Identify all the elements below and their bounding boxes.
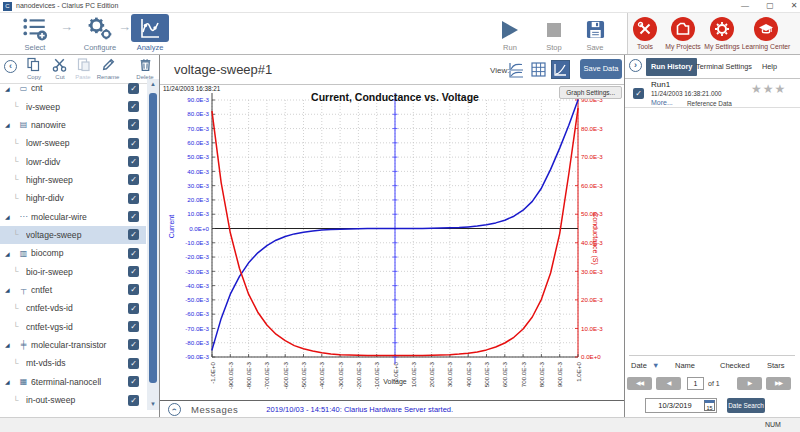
tree-item-checkbox[interactable]: ✓	[128, 248, 139, 259]
sidebar-item-highr-didv[interactable]: └highr-didv✓	[0, 189, 146, 207]
analyze-label[interactable]: Analyze	[120, 43, 180, 52]
messages-bar[interactable]: › Messages 2019/10/03 - 14:51:40: Clariu…	[160, 400, 624, 417]
page-first-button[interactable]: ◀◀	[627, 377, 652, 390]
window-title: nanodevices - Clarius PC Edition	[16, 2, 118, 9]
tree-item-checkbox[interactable]: ✓	[128, 138, 139, 149]
scroll-up-icon[interactable]: ▲	[147, 81, 159, 87]
sidebar-item-cntfet[interactable]: ◢┬cntfet✓	[0, 281, 146, 299]
page-prev-button[interactable]: ◀	[656, 377, 681, 390]
run-more-link[interactable]: More...	[651, 99, 673, 106]
tree-item-checkbox[interactable]: ✓	[128, 303, 139, 314]
tree-item-checkbox[interactable]: ✓	[128, 284, 139, 295]
tree-item-checkbox[interactable]: ✓	[128, 211, 139, 222]
date-value[interactable]: 10/3/2019	[646, 401, 704, 410]
expand-icon[interactable]: ◢	[5, 250, 14, 257]
sidebar-item-lowr-sweep[interactable]: └lowr-sweep✓	[0, 134, 146, 152]
view-graph-icon[interactable]	[552, 61, 569, 78]
sidebar-item-6terminal-nanocell[interactable]: ◢▦6terminal-nanocell✓	[0, 373, 146, 391]
sidebar-item-molecular-wire[interactable]: ◢⋯molecular-wire✓	[0, 207, 146, 225]
messages-label: Messages	[191, 404, 238, 415]
tree-item-checkbox[interactable]: ✓	[128, 156, 139, 167]
analyze-icon[interactable]	[131, 14, 169, 42]
sidebar-item-voltage-sweep[interactable]: └voltage-sweep✓	[0, 226, 146, 244]
tab-run-history[interactable]: Run History	[646, 58, 697, 76]
tree-item-checkbox[interactable]: ✓	[128, 119, 139, 130]
sidebar-item-cntfet-vgs-id[interactable]: └cntfet-vgs-id✓	[0, 317, 146, 335]
date-search-button[interactable]: Date Search	[727, 398, 765, 413]
expand-icon[interactable]: ◢	[5, 85, 14, 92]
sidebar-item-mt-vds-ids[interactable]: └mt-vds-ids✓	[0, 354, 146, 372]
svg-text:80.0E-3: 80.0E-3	[581, 125, 603, 132]
run-checkbox[interactable]: ✓	[633, 88, 644, 99]
filter-date[interactable]: Date	[631, 361, 647, 370]
tree-item-checkbox[interactable]: ✓	[128, 395, 139, 406]
tree-item-checkbox[interactable]: ✓	[128, 83, 139, 94]
filter-name[interactable]: Name	[675, 361, 695, 370]
maximize-button[interactable]: ▢	[763, 1, 777, 10]
my-projects-icon[interactable]	[671, 17, 695, 41]
minimize-button[interactable]: —	[738, 1, 752, 10]
tree-item-checkbox[interactable]: ✓	[128, 376, 139, 387]
sidebar-item-nanowire[interactable]: ◢▤nanowire✓	[0, 116, 146, 134]
svg-text:40.0E-3: 40.0E-3	[187, 168, 209, 175]
sidebar-item-biocomp[interactable]: ◢▥biocomp✓	[0, 244, 146, 262]
tree-item-checkbox[interactable]: ✓	[128, 321, 139, 332]
view-multi-graph-icon[interactable]	[508, 61, 525, 78]
sidebar-item-cntfet-vds-id[interactable]: └cntfet-vds-id✓	[0, 299, 146, 317]
tree-item-checkbox[interactable]: ✓	[128, 174, 139, 185]
tree-item-checkbox[interactable]: ✓	[128, 229, 139, 240]
sidebar-item-bio-ir-sweep[interactable]: └bio-ir-sweep✓	[0, 262, 146, 280]
my-settings-icon[interactable]	[710, 17, 734, 41]
tab-help[interactable]: Help	[757, 58, 782, 76]
tree-item-checkbox[interactable]: ✓	[128, 266, 139, 277]
learning-center-label[interactable]: Learning Center	[731, 43, 800, 50]
select-icon[interactable]	[22, 15, 48, 45]
sidebar-item-cnt[interactable]: ◢▭cnt✓	[0, 79, 146, 97]
view-table-icon[interactable]	[530, 61, 547, 78]
filter-checked[interactable]: Checked	[720, 361, 750, 370]
tools-icon[interactable]	[633, 17, 657, 41]
tree-item-checkbox[interactable]: ✓	[128, 339, 139, 350]
collapse-panel-button[interactable]: ›	[629, 59, 642, 72]
calendar-icon[interactable]: 15	[704, 400, 715, 411]
tree-item-checkbox[interactable]: ✓	[128, 358, 139, 369]
date-search-input[interactable]: 10/3/2019 15	[645, 398, 717, 413]
expand-icon[interactable]: ◢	[5, 341, 14, 348]
select-label[interactable]: Select	[5, 43, 65, 52]
run-icon[interactable]	[502, 21, 518, 39]
run-history-entry[interactable]: ✓ Run1 11/24/2003 16:38:21.000 More... R…	[625, 79, 800, 108]
save-icon[interactable]	[586, 20, 605, 43]
expand-icon[interactable]: ◢	[5, 378, 14, 385]
filter-stars[interactable]: Stars	[767, 361, 785, 370]
expand-icon[interactable]: ◢	[5, 121, 14, 128]
tree-item-checkbox[interactable]: ✓	[128, 193, 139, 204]
expand-icon[interactable]: ◢	[5, 213, 14, 220]
filter-funnel-icon[interactable]: ▼	[652, 361, 659, 370]
sidebar-item-highr-sweep[interactable]: └highr-sweep✓	[0, 171, 146, 189]
stop-icon[interactable]	[547, 23, 561, 37]
collapse-sidebar-button[interactable]: ‹	[4, 60, 17, 73]
sidebar-item-molecular-transistor[interactable]: ◢╪molecular-transistor✓	[0, 336, 146, 354]
tab-terminal-settings[interactable]: Terminal Settings	[691, 58, 757, 76]
svg-text:20.0E-3: 20.0E-3	[187, 196, 209, 203]
close-button[interactable]: ✕	[787, 1, 800, 10]
scroll-down-icon[interactable]: ▼	[147, 401, 159, 407]
sidebar-item-iv-sweep[interactable]: └iv-sweep✓	[0, 97, 146, 115]
learning-center-icon[interactable]	[754, 17, 778, 41]
page-number-input[interactable]: 1	[687, 377, 704, 390]
collapse-messages-icon[interactable]: ›	[168, 403, 181, 416]
sidebar-scrollbar[interactable]: ▲ ▼	[147, 79, 159, 410]
sidebar-item-in-out-sweep[interactable]: └in-out-sweep✓	[0, 391, 146, 409]
chart-canvas[interactable]: -1.0E+0-900.0E-3-800.0E-3-700.0E-3-600.0…	[160, 85, 625, 400]
tree-item-label: iv-sweep	[26, 102, 128, 112]
sidebar-item-lowr-didv[interactable]: └lowr-didv✓	[0, 152, 146, 170]
expand-icon[interactable]: ◢	[5, 286, 14, 293]
filter-divider	[629, 355, 795, 356]
run-stars[interactable]: ★★★	[751, 82, 786, 96]
save-data-button[interactable]: Save Data	[580, 59, 622, 79]
configure-icon[interactable]	[86, 15, 113, 46]
page-next-button[interactable]: ▶	[737, 377, 762, 390]
scrollbar-thumb[interactable]	[149, 93, 157, 383]
tree-item-checkbox[interactable]: ✓	[128, 101, 139, 112]
page-last-button[interactable]: ▶▶	[766, 377, 791, 390]
